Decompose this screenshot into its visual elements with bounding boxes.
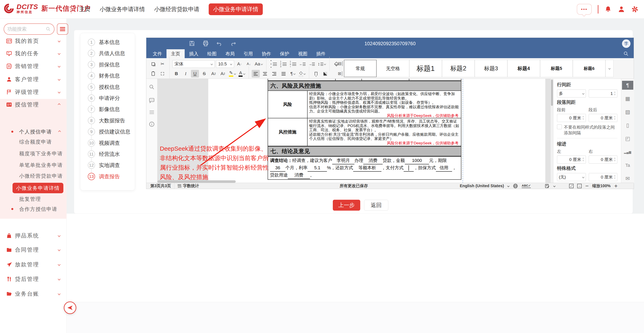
menu-tab-protection[interactable]: 保护	[276, 49, 294, 58]
chart-settings-icon[interactable]: ▂▄▆	[622, 148, 633, 157]
step-1[interactable]: 1基本信息	[80, 37, 135, 48]
spacing-before-input[interactable]: 0 厘米˄˅	[557, 114, 586, 122]
menu-tab-collaboration[interactable]: 协作	[257, 49, 276, 58]
grow-font-button[interactable]: A↑	[235, 60, 244, 68]
step-9[interactable]: 9授信建议信息	[80, 126, 135, 137]
justify-button[interactable]	[280, 70, 288, 78]
sidebar-search[interactable]	[4, 24, 54, 35]
document-canvas[interactable]: 六、风险及风控措施 风险 经营风险：小微企业市场竞争力弱，易受行业波动（如政策变…	[158, 79, 550, 183]
sidebar-item-composite-limit[interactable]: 综合额度申请	[0, 137, 66, 146]
stepper-icon[interactable]: ˄˅	[614, 116, 616, 120]
vertical-scrollbar-track[interactable]	[550, 79, 553, 183]
step-10[interactable]: 10视频调查	[80, 138, 135, 148]
stepper-icon[interactable]: ˄˅	[582, 158, 584, 162]
style-heading2[interactable]: 标题2	[442, 60, 475, 77]
previous-step-button[interactable]: 上一步	[333, 200, 360, 211]
field-payment[interactable]	[404, 164, 414, 172]
nav-tab-micro-detail[interactable]: 小微业务申请详情	[100, 6, 145, 13]
step-2[interactable]: 2共借人信息	[80, 48, 135, 59]
vertical-scrollbar-thumb[interactable]	[551, 80, 553, 106]
font-name-select[interactable]: 宋体	[172, 60, 215, 68]
style-normal[interactable]: 常规	[344, 60, 376, 77]
sidebar-item-credit[interactable]: 授信管理	[0, 100, 66, 109]
numbered-list-button[interactable]: 123	[279, 60, 288, 68]
menu-tab-file[interactable]: 文件	[148, 49, 166, 58]
step-5[interactable]: 5授权信息	[80, 82, 135, 93]
sidebar-collapse-button[interactable]	[57, 24, 68, 35]
track-changes-icon[interactable]	[545, 183, 550, 189]
zoom-out-button[interactable]: −	[585, 183, 588, 189]
sidebar-item-personal-credit[interactable]: 个人授信申请	[0, 127, 66, 136]
styles-more-button[interactable]	[606, 60, 614, 77]
zoom-in-button[interactable]: +	[614, 183, 618, 189]
sidebar-item-customer[interactable]: 客户管理	[0, 75, 66, 84]
page-mark-button[interactable]	[321, 70, 329, 78]
menu-tab-references[interactable]: 引用	[239, 49, 257, 58]
superscript-button[interactable]: A2	[210, 70, 218, 78]
step-6[interactable]: 6申请评分	[80, 93, 135, 104]
bell-icon[interactable]	[604, 6, 612, 13]
increase-indent-button[interactable]: →	[308, 60, 316, 68]
menu-tab-draw[interactable]: 绘图	[203, 49, 221, 58]
header-footer-icon[interactable]: ▯	[622, 121, 633, 130]
spellcheck-icon[interactable]: ABC✓	[522, 184, 531, 188]
field-guarantee[interactable]: 信用	[436, 164, 452, 172]
nav-tab-home[interactable]: 主页	[79, 6, 90, 13]
navigation-icon[interactable]	[150, 111, 154, 111]
menu-tab-insert[interactable]: 插入	[185, 49, 203, 58]
sidebar-item-under-limit-apply[interactable]: 额度项下业务申请	[0, 149, 66, 158]
info-icon[interactable]	[149, 121, 155, 127]
word-count-button[interactable]: 字数统计	[183, 183, 199, 189]
step-3[interactable]: 3担保信息	[80, 59, 135, 70]
line-spacing-number[interactable]: 1˄˅	[589, 90, 618, 98]
style-heading5[interactable]: 标题5	[540, 60, 573, 77]
field-repayment[interactable]: 等额本析	[353, 164, 382, 172]
field-rate[interactable]: 5.1	[308, 164, 327, 172]
change-case-button[interactable]: Aa	[254, 60, 263, 68]
subscript-button[interactable]: A2	[219, 70, 227, 78]
find-icon[interactable]	[149, 84, 155, 90]
shape-settings-icon[interactable]: ◰	[622, 134, 633, 143]
line-spacing-select[interactable]: 多	[557, 90, 586, 98]
format-painter-button[interactable]	[312, 70, 320, 78]
style-heading6[interactable]: 标题6	[573, 60, 606, 77]
font-size-select[interactable]: 10.5	[216, 60, 234, 68]
bullet-list-button[interactable]: •••	[269, 60, 278, 68]
cut-button[interactable]: ✂	[158, 60, 166, 68]
zoom-level[interactable]: 缩放100%	[592, 183, 610, 189]
checkbox[interactable]	[557, 124, 562, 129]
line-spacing-button[interactable]: ↕	[317, 60, 326, 68]
underline-button[interactable]: U	[191, 70, 199, 78]
user-icon[interactable]	[618, 6, 625, 13]
style-heading1[interactable]: 标题1	[409, 60, 442, 77]
stepper-icon[interactable]: ˄˅	[614, 175, 616, 179]
style-border-button[interactable]: ⊠	[338, 71, 343, 76]
step-12[interactable]: 12实地调查	[80, 160, 135, 171]
sidebar-item-collateral[interactable]: 押品系统	[0, 231, 66, 240]
no-gap-checkbox-row[interactable]: 不要在相同样式的段落之间添加间隔	[557, 124, 617, 136]
sidebar-item-disbursement[interactable]: 放款管理	[0, 260, 66, 269]
nav-tab-micro-loan-apply[interactable]: 小微经营贷款申请	[154, 6, 200, 13]
strikethrough-button[interactable]: S	[200, 70, 208, 78]
sidebar-item-micro-loan-apply[interactable]: 小微经营贷款申请	[0, 171, 66, 180]
copy-button[interactable]	[149, 60, 157, 68]
sidebar-item-micro-detail-active[interactable]: 小微业务申请详情	[12, 183, 63, 193]
sidebar-item-rating[interactable]: 评级管理	[0, 87, 66, 97]
menu-tab-plugins[interactable]: 插件	[312, 49, 330, 58]
indent-right-input[interactable]: 0 厘米˄˅	[589, 156, 618, 164]
style-no-spacing[interactable]: 无空格	[376, 60, 409, 77]
highlight-button[interactable]: ✎	[228, 70, 236, 78]
field-loan-type[interactable]: 消费	[363, 157, 383, 164]
sidebar-item-approval-mgmt[interactable]: 批复管理	[0, 194, 66, 203]
sidebar-item-partner-credit[interactable]: 合作方授信申请	[0, 205, 66, 213]
language-selector[interactable]: English (United States)	[460, 184, 504, 188]
step-8[interactable]: 8大数据报告	[80, 115, 135, 126]
align-right-button[interactable]	[270, 70, 278, 78]
search-input[interactable]	[7, 26, 46, 32]
sidebar-item-my-tasks[interactable]: 我的任务	[0, 49, 66, 58]
search-icon[interactable]	[623, 51, 629, 57]
style-heading3[interactable]: 标题3	[475, 60, 507, 77]
indent-left-input[interactable]: 0 厘米˄˅	[557, 156, 586, 164]
more-actions-button[interactable]: •••	[577, 4, 592, 15]
comments-icon[interactable]	[149, 97, 155, 103]
